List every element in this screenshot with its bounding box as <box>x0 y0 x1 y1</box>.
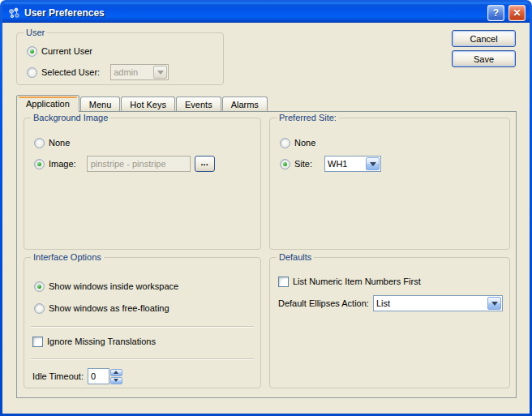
close-icon: ✕ <box>513 7 521 19</box>
preferred-site-group: Preferred Site: None Site: WH1 <box>269 118 510 250</box>
radio-background-none[interactable] <box>34 138 45 148</box>
user-preferences-window: User Preferences ? ✕ User Current User S… <box>0 0 532 416</box>
radio-site-none[interactable] <box>280 138 290 148</box>
active-tab-accent <box>19 96 77 98</box>
radio-label: Show windows as free-floating <box>49 303 169 313</box>
combobox-value: WH1 <box>325 159 365 169</box>
tab-panel-application: Background Image None Image: pinstripe -… <box>16 111 517 398</box>
idle-timeout-field[interactable]: 0 <box>88 368 109 384</box>
tab-menu[interactable]: Menu <box>80 96 121 111</box>
interface-options-group: Interface Options Show windows inside wo… <box>24 257 261 388</box>
titlebar[interactable]: User Preferences ? ✕ <box>2 2 530 23</box>
defaults-legend: Defaults <box>277 251 314 263</box>
image-name-value: pinstripe - pinstripe <box>91 159 166 169</box>
ellipses-action-label: Default Ellipses Action: <box>278 298 369 308</box>
radio-windows-floating[interactable] <box>34 303 45 314</box>
radio-label: Selected User: <box>41 67 100 77</box>
radio-current-user[interactable] <box>27 46 37 57</box>
preferred-site-legend: Preferred Site: <box>277 112 339 123</box>
tab-label: Menu <box>89 100 112 109</box>
checkbox-label: Ignore Missing Translations <box>47 337 156 346</box>
background-none-option[interactable]: None <box>34 135 70 151</box>
interface-options-legend: Interface Options <box>31 251 104 263</box>
tab-alarms[interactable]: Alarms <box>222 96 268 111</box>
windows-free-floating-option[interactable]: Show windows as free-floating <box>34 300 169 316</box>
user-group: User Current User Selected User: admin <box>16 32 224 85</box>
idle-timeout-stepper[interactable]: 0 <box>88 368 122 384</box>
defaults-group: Defaults List Numeric Item Numbers First… <box>269 257 510 388</box>
stepper-buttons <box>110 369 122 384</box>
ellipses-action-row: Default Ellipses Action: List <box>278 295 503 311</box>
tab-events[interactable]: Events <box>176 96 221 111</box>
help-button[interactable]: ? <box>487 5 504 21</box>
ignore-translations-checkbox[interactable] <box>32 337 43 347</box>
site-option[interactable]: Site: WH1 <box>280 156 381 172</box>
chevron-down-icon[interactable] <box>487 297 501 310</box>
close-button[interactable]: ✕ <box>508 5 526 21</box>
site-none-option[interactable]: None <box>280 135 315 151</box>
combobox-value: admin <box>111 67 152 77</box>
cancel-button-label: Cancel <box>470 34 497 44</box>
background-image-option[interactable]: Image: pinstripe - pinstripe ... <box>34 156 215 172</box>
browse-button[interactable]: ... <box>195 156 215 172</box>
idle-timeout-label: Idle Timeout: <box>32 371 84 381</box>
background-image-group: Background Image None Image: pinstripe -… <box>24 118 261 250</box>
radio-label: None <box>49 138 70 148</box>
radio-label: None <box>294 138 315 148</box>
stepper-down-button[interactable] <box>110 377 122 384</box>
help-icon: ? <box>493 7 499 19</box>
divider <box>31 326 254 328</box>
site-combobox[interactable]: WH1 <box>324 156 381 172</box>
radio-label: Image: <box>49 159 76 169</box>
combobox-value: List <box>374 298 487 308</box>
background-image-legend: Background Image <box>31 112 110 123</box>
save-button[interactable]: Save <box>452 50 516 67</box>
chevron-down-icon[interactable] <box>366 157 380 170</box>
tab-label: Hot Keys <box>130 100 166 109</box>
radio-selected-user[interactable] <box>27 67 37 78</box>
app-icon <box>7 6 20 19</box>
divider <box>31 358 254 360</box>
chevron-up-icon <box>114 371 118 374</box>
user-group-legend: User <box>24 27 47 38</box>
window-title: User Preferences <box>24 7 105 19</box>
radio-site[interactable] <box>280 159 290 169</box>
checkbox-label: List Numeric Item Numbers First <box>293 277 421 286</box>
current-user-option[interactable]: Current User <box>27 43 92 59</box>
radio-windows-inside[interactable] <box>34 281 45 292</box>
selected-user-option[interactable]: Selected User: admin <box>27 64 169 80</box>
tab-label: Events <box>185 100 212 109</box>
list-numeric-checkbox[interactable] <box>278 277 289 287</box>
idle-timeout-row: Idle Timeout: 0 <box>32 368 122 384</box>
windows-inside-workspace-option[interactable]: Show windows inside workspace <box>34 278 178 294</box>
save-button-label: Save <box>474 54 494 64</box>
dialog-body: User Current User Selected User: admin C… <box>2 23 530 414</box>
list-numeric-option[interactable]: List Numeric Item Numbers First <box>278 273 421 289</box>
tab-application[interactable]: Application <box>16 95 79 112</box>
radio-label: Current User <box>41 46 92 56</box>
browse-button-label: ... <box>201 157 208 167</box>
tab-label: Alarms <box>231 100 259 109</box>
tab-hot-keys[interactable]: Hot Keys <box>121 96 175 111</box>
selected-user-combobox: admin <box>110 64 169 80</box>
chevron-down-icon <box>114 379 118 382</box>
radio-background-image[interactable] <box>34 159 45 169</box>
radio-label: Site: <box>294 159 312 169</box>
tab-label: Application <box>26 99 70 109</box>
image-name-field: pinstripe - pinstripe <box>87 156 191 172</box>
ignore-translations-option[interactable]: Ignore Missing Translations <box>32 333 156 350</box>
chevron-down-icon <box>153 66 167 79</box>
radio-label: Show windows inside workspace <box>49 281 178 291</box>
cancel-button[interactable]: Cancel <box>452 30 516 47</box>
ellipses-action-combobox[interactable]: List <box>373 295 503 311</box>
stepper-up-button[interactable] <box>110 369 122 376</box>
tab-bar: Application Menu Hot Keys Events Alarms <box>16 95 268 112</box>
